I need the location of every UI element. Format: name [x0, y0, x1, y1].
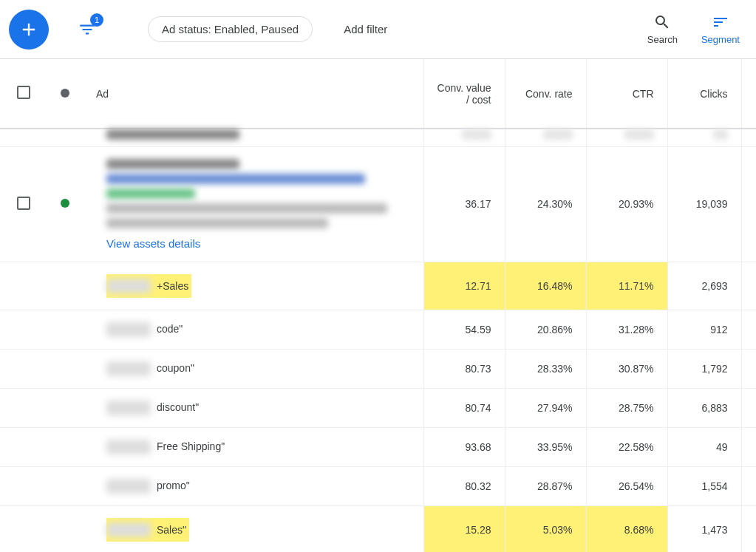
- segment-label: +Sales: [157, 280, 188, 292]
- header-row: Ad Conv. value / cost Conv. rate CTR Cli…: [0, 59, 756, 129]
- cell-conv-value-cost: 93.68: [423, 427, 505, 466]
- redacted-term: [106, 279, 151, 293]
- cell-clicks: 6,883: [667, 388, 741, 427]
- status-filter-pill[interactable]: Ad status: Enabled, Paused: [148, 16, 313, 42]
- cell-clicks: 1,792: [667, 349, 741, 388]
- redacted-term: [106, 522, 151, 537]
- cell-conv-value-cost: 80.74: [423, 388, 505, 427]
- cell-conv-rate: 5.03%: [505, 505, 586, 552]
- add-filter-button[interactable]: Add filter: [344, 23, 387, 35]
- cell-clicks: 1,554: [667, 466, 741, 505]
- cell-conv-rate: 28.87%: [505, 466, 586, 505]
- truncated-row: [0, 129, 756, 146]
- cell-conv-rate: 24.30%: [505, 146, 586, 262]
- cell-clicks: 19,039: [667, 146, 741, 262]
- segment-label: code": [157, 324, 183, 335]
- segment-icon: [712, 13, 729, 31]
- segment-label: coupon": [157, 363, 194, 375]
- cell-conv-value-cost: 80.73: [423, 349, 505, 388]
- cell-ctr: 20.93%: [586, 146, 667, 262]
- select-all-checkbox[interactable]: [17, 86, 30, 99]
- segment-row[interactable]: +Sales12.7116.48%11.71%2,693: [0, 262, 756, 310]
- segment-label: Sales": [157, 524, 186, 536]
- cell-conv-rate: 28.33%: [505, 349, 586, 388]
- ads-table: Ad Conv. value / cost Conv. rate CTR Cli…: [0, 59, 756, 552]
- segment-row[interactable]: code"54.5920.86%31.28%912: [0, 310, 756, 349]
- segment-row[interactable]: promo"80.3228.87%26.54%1,554: [0, 466, 756, 505]
- redacted-term: [106, 361, 151, 376]
- search-button[interactable]: Search: [640, 13, 685, 45]
- filter-button[interactable]: 1: [72, 15, 102, 44]
- cell-conv-value-cost: 15.28: [423, 505, 505, 552]
- cell-ctr: 26.54%: [586, 466, 667, 505]
- cell-clicks: 2,693: [667, 262, 741, 310]
- column-ctr[interactable]: CTR: [586, 59, 667, 129]
- segment-label: Free Shipping": [157, 441, 225, 453]
- cell-conv-rate: 33.95%: [505, 427, 586, 466]
- cell-ctr: 28.75%: [586, 388, 667, 427]
- cell-ctr: 22.58%: [586, 427, 667, 466]
- cell-ctr: 30.87%: [586, 349, 667, 388]
- cell-conv-value-cost: 36.17: [423, 146, 505, 262]
- redacted-term: [106, 401, 151, 415]
- cell-ctr: 8.68%: [586, 505, 667, 552]
- cell-ctr: 11.71%: [586, 262, 667, 310]
- cell-conv-rate: 16.48%: [505, 262, 586, 310]
- plus-icon: [18, 19, 39, 40]
- search-icon: [653, 13, 671, 31]
- filter-badge: 1: [90, 13, 103, 27]
- ad-row[interactable]: View assets details 36.17 24.30% 20.93% …: [0, 146, 756, 262]
- segment-row[interactable]: Free Shipping"93.6833.95%22.58%49: [0, 427, 756, 466]
- cell-conv-value-cost: 80.32: [423, 466, 505, 505]
- cell-clicks: 1,473: [667, 505, 741, 552]
- redacted-term: [106, 322, 151, 337]
- add-button[interactable]: [9, 10, 49, 50]
- cell-clicks: 912: [667, 310, 741, 349]
- redacted-term: [106, 440, 151, 454]
- column-conv-rate[interactable]: Conv. rate: [505, 59, 586, 129]
- view-assets-link[interactable]: View assets details: [106, 237, 410, 250]
- column-clicks[interactable]: Clicks: [667, 59, 741, 129]
- cell-conv-value-cost: 12.71: [423, 262, 505, 310]
- segment-label: discount": [157, 402, 199, 414]
- segment-label: Segment: [701, 34, 740, 45]
- segment-row[interactable]: Sales"15.285.03%8.68%1,473: [0, 505, 756, 552]
- column-conv-value-cost[interactable]: Conv. value / cost: [423, 59, 505, 129]
- status-header-icon: [61, 89, 69, 98]
- row-checkbox[interactable]: [17, 197, 30, 210]
- search-label: Search: [647, 34, 678, 45]
- column-ad[interactable]: Ad: [83, 59, 423, 129]
- cell-clicks: 49: [667, 427, 741, 466]
- status-enabled-icon: [61, 199, 69, 208]
- cell-conv-rate: 27.94%: [505, 388, 586, 427]
- segment-button[interactable]: Segment: [694, 13, 747, 45]
- segment-label: promo": [157, 480, 190, 492]
- cell-ctr: 31.28%: [586, 310, 667, 349]
- ad-preview: View assets details: [106, 159, 410, 250]
- segment-row[interactable]: discount"80.7427.94%28.75%6,883: [0, 388, 756, 427]
- cell-conv-rate: 20.86%: [505, 310, 586, 349]
- cell-conv-value-cost: 54.59: [423, 310, 505, 349]
- redacted-term: [106, 479, 151, 494]
- toolbar: 1 Ad status: Enabled, Paused Add filter …: [0, 0, 756, 59]
- segment-row[interactable]: coupon"80.7328.33%30.87%1,792: [0, 349, 756, 388]
